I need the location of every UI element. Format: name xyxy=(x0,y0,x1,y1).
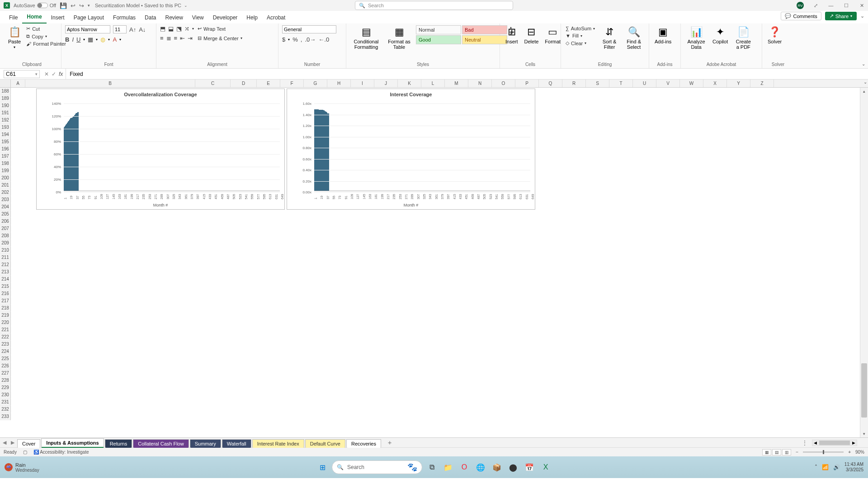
column-header[interactable]: J xyxy=(374,80,398,87)
row-header[interactable]: 211 xyxy=(0,254,11,261)
paste-button[interactable]: 📋 Paste ▾ xyxy=(6,25,23,50)
opera-icon[interactable]: O xyxy=(458,460,471,474)
fill-color-icon[interactable]: ◍ xyxy=(100,36,105,43)
row-header[interactable]: 229 xyxy=(0,384,11,391)
column-header[interactable]: P xyxy=(515,80,539,87)
qat-customize-icon[interactable]: ▾ xyxy=(88,3,90,8)
vertical-scrollbar[interactable]: ▴ ▾ xyxy=(860,88,868,437)
row-header[interactable]: 189 xyxy=(0,95,11,102)
row-header[interactable]: 198 xyxy=(0,160,11,167)
tab-data[interactable]: Data xyxy=(140,12,160,23)
column-header[interactable]: G xyxy=(304,80,327,87)
column-header[interactable]: Y xyxy=(727,80,750,87)
zoom-slider[interactable] xyxy=(803,451,844,453)
hscroll-right-icon[interactable]: ▶ xyxy=(851,441,857,445)
row-header[interactable]: 204 xyxy=(0,203,11,211)
hscroll-left-icon[interactable]: ◀ xyxy=(812,441,818,445)
autosave-toggle[interactable]: AutoSave Off xyxy=(14,3,56,8)
conditional-formatting-button[interactable]: ▤Conditional Formatting xyxy=(350,25,382,51)
find-select-button[interactable]: 🔍Find & Select xyxy=(623,25,645,51)
addins-button[interactable]: ▣Add-ins xyxy=(653,25,673,45)
cut-button[interactable]: ✂Cut xyxy=(25,25,67,32)
chevron-down-icon[interactable]: ▾ xyxy=(96,38,98,42)
row-header[interactable]: 214 xyxy=(0,276,11,283)
maximize-icon[interactable]: ☐ xyxy=(843,3,850,9)
taskbar-search[interactable]: 🔍 Search 🐾 xyxy=(332,460,422,474)
add-sheet-button[interactable]: ＋ xyxy=(382,439,397,447)
tab-help[interactable]: Help xyxy=(242,12,262,23)
row-header[interactable]: 190 xyxy=(0,102,11,109)
zoom-in-icon[interactable]: + xyxy=(848,450,851,455)
row-header[interactable]: 222 xyxy=(0,333,11,341)
row-header[interactable]: 208 xyxy=(0,232,11,239)
column-header[interactable]: T xyxy=(609,80,633,87)
formula-input[interactable]: Fixed xyxy=(66,71,868,77)
row-header[interactable]: 230 xyxy=(0,391,11,399)
tab-insert[interactable]: Insert xyxy=(47,12,69,23)
scroll-up-icon[interactable]: ▴ xyxy=(860,88,868,95)
solver-button[interactable]: ❓Solver xyxy=(766,25,783,45)
start-icon[interactable]: ⊞ xyxy=(316,460,329,474)
cancel-formula-icon[interactable]: ✕ xyxy=(44,71,49,77)
accounting-icon[interactable]: $ xyxy=(282,36,285,43)
column-header[interactable]: V xyxy=(656,80,680,87)
sheet-tab-options-icon[interactable]: ⋮ xyxy=(802,440,807,446)
format-painter-button[interactable]: 🖌Format Painter xyxy=(25,41,67,47)
column-header[interactable]: I xyxy=(351,80,374,87)
row-header[interactable]: 205 xyxy=(0,211,11,218)
copilot-button[interactable]: ✦Copilot xyxy=(711,25,730,45)
align-left-icon[interactable]: ≡ xyxy=(160,35,164,42)
copy-button[interactable]: ⧉Copy▾ xyxy=(25,33,67,40)
italic-icon[interactable]: I xyxy=(72,36,74,43)
app-icon[interactable]: 📅 xyxy=(523,460,536,474)
row-header[interactable]: 200 xyxy=(0,174,11,182)
comments-button[interactable]: 💬 Comments xyxy=(781,12,821,20)
comma-icon[interactable]: , xyxy=(301,36,302,43)
chart-interest-coverage[interactable]: Interest Coverage 0.00x0.20x0.40x0.60x0.… xyxy=(287,89,535,210)
clear-button[interactable]: ◇Clear▾ xyxy=(565,40,596,47)
chevron-down-icon[interactable]: ⌄ xyxy=(184,3,188,8)
merge-center-button[interactable]: ⊟Merge & Center▾ xyxy=(197,35,243,42)
column-header[interactable]: R xyxy=(562,80,586,87)
chevron-down-icon[interactable]: ▾ xyxy=(192,27,194,31)
align-right-icon[interactable]: ≡ xyxy=(174,35,178,42)
chart-overcollateralization[interactable]: Overcollateralization Coverage 0%20%40%6… xyxy=(36,89,285,210)
view-page-layout-icon[interactable]: ▤ xyxy=(772,449,781,455)
chevron-down-icon[interactable]: ▾ xyxy=(288,38,290,42)
row-header[interactable]: 199 xyxy=(0,167,11,174)
row-header[interactable]: 232 xyxy=(0,406,11,413)
row-header[interactable]: 210 xyxy=(0,247,11,254)
search-input[interactable]: 🔍 Search xyxy=(355,1,513,10)
row-header[interactable]: 195 xyxy=(0,138,11,145)
close-icon[interactable]: ✕ xyxy=(858,3,865,9)
row-header[interactable]: 197 xyxy=(0,153,11,160)
create-pdf-button[interactable]: 📄Create a PDF xyxy=(732,25,754,51)
row-header[interactable]: 206 xyxy=(0,218,11,225)
number-format-input[interactable] xyxy=(282,25,336,33)
horizontal-scrollbar[interactable]: ◀ ▶ xyxy=(812,440,857,446)
sheet-nav-next-icon[interactable]: ▶ xyxy=(11,440,14,446)
style-normal[interactable]: Normal xyxy=(416,25,461,34)
align-center-icon[interactable]: ≣ xyxy=(166,35,171,42)
column-header[interactable]: E xyxy=(257,80,280,87)
minimize-icon[interactable]: — xyxy=(827,3,835,8)
align-bottom-icon[interactable]: ⬔ xyxy=(176,25,182,32)
row-header[interactable]: 191 xyxy=(0,109,11,117)
autosum-button[interactable]: ∑AutoSum▾ xyxy=(565,25,596,32)
chevron-down-icon[interactable]: ▾ xyxy=(83,38,85,42)
row-header[interactable]: 217 xyxy=(0,297,11,305)
hscroll-thumb[interactable] xyxy=(819,441,850,445)
row-header[interactable]: 226 xyxy=(0,362,11,370)
app-icon[interactable]: 📦 xyxy=(490,460,504,474)
task-view-icon[interactable]: ⧉ xyxy=(425,460,439,474)
sheet-tab[interactable]: Returns xyxy=(105,439,132,448)
tab-home[interactable]: Home xyxy=(22,11,46,23)
column-header[interactable]: M xyxy=(445,80,468,87)
font-size-input[interactable] xyxy=(113,25,127,33)
bold-icon[interactable]: B xyxy=(65,36,69,43)
row-header[interactable]: 203 xyxy=(0,196,11,203)
cells-canvas[interactable]: Overcollateralization Coverage 0%20%40%6… xyxy=(11,88,868,437)
ribbon-collapse-icon[interactable]: ⌄ xyxy=(860,13,864,19)
format-cells-button[interactable]: ▭Format xyxy=(543,25,562,45)
row-header[interactable]: 207 xyxy=(0,225,11,232)
